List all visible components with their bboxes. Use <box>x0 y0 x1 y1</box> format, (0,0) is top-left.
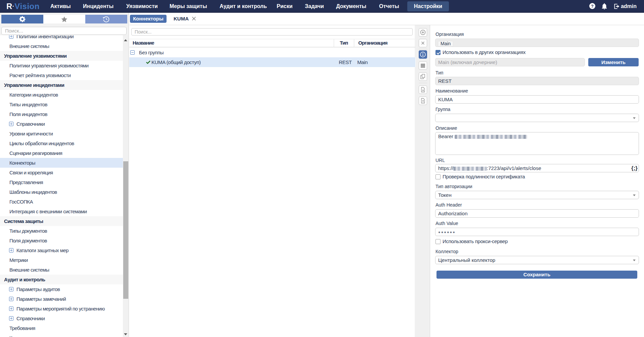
svg-text:?: ? <box>591 4 594 9</box>
